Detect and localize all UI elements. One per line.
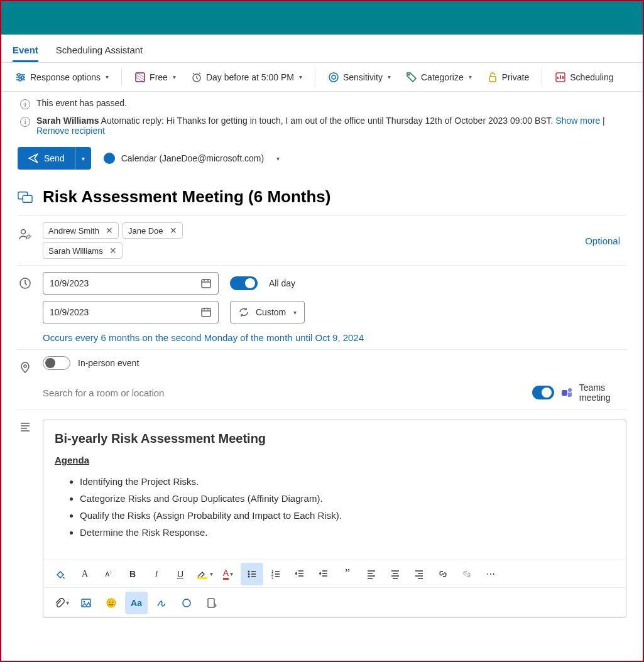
description-box: Bi-yearly Risk Assessment Meeting Agenda… bbox=[43, 420, 626, 618]
send-split-button[interactable]: ▾ bbox=[75, 147, 91, 170]
agenda-item: Identifying the Project Risks. bbox=[80, 473, 614, 490]
sliders-icon bbox=[15, 72, 26, 83]
link-separator: | bbox=[603, 116, 605, 126]
agenda-heading: Agenda bbox=[55, 455, 614, 465]
svg-point-2 bbox=[19, 79, 21, 81]
tab-scheduling-assistant[interactable]: Scheduling Assistant bbox=[56, 41, 143, 62]
svg-rect-33 bbox=[208, 599, 214, 607]
start-date-input[interactable]: 10/9/2023 bbox=[43, 272, 219, 295]
chevron-down-icon: ▾ bbox=[388, 73, 391, 80]
optional-link[interactable]: Optional bbox=[585, 236, 626, 246]
attendee-name: Andrew Smith bbox=[48, 226, 99, 236]
recurrence-button[interactable]: Custom ▾ bbox=[230, 301, 305, 323]
insert-emoji-button[interactable] bbox=[100, 592, 123, 614]
in-person-label: In-person event bbox=[78, 358, 139, 368]
calendar-label: Calendar (JaneDoe@microsoft.com) bbox=[121, 153, 264, 163]
quote-button[interactable]: ” bbox=[336, 563, 359, 585]
clock-icon bbox=[18, 272, 33, 290]
tabs: Event Scheduling Assistant bbox=[1, 35, 643, 63]
svg-point-5 bbox=[329, 73, 338, 82]
teams-meeting-toggle[interactable] bbox=[532, 386, 554, 399]
bullet-list-button[interactable] bbox=[241, 563, 263, 585]
description-editor[interactable]: Bi-yearly Risk Assessment Meeting Agenda… bbox=[43, 420, 626, 560]
lock-open-icon bbox=[487, 72, 498, 83]
italic-button[interactable]: I bbox=[145, 563, 168, 585]
remove-attendee-icon[interactable]: ✕ bbox=[109, 246, 117, 256]
align-left-button[interactable] bbox=[360, 563, 383, 585]
highlight-button[interactable]: ▾ bbox=[193, 563, 216, 585]
attendee-chip[interactable]: Sarah Williams✕ bbox=[43, 242, 123, 259]
svg-point-28 bbox=[84, 600, 85, 602]
private-button[interactable]: Private bbox=[481, 68, 536, 87]
decrease-indent-button[interactable] bbox=[288, 563, 311, 585]
underline-button[interactable]: U bbox=[169, 563, 192, 585]
send-button[interactable]: Send ▾ bbox=[18, 147, 91, 170]
attach-file-button[interactable]: ▾ bbox=[50, 592, 72, 614]
chevron-down-icon: ▾ bbox=[293, 309, 297, 316]
reminder-button[interactable]: Day before at 5:00 PM ▾ bbox=[185, 68, 308, 87]
recurrence-summary-link[interactable]: Occurs every 6 months on the second Mond… bbox=[43, 330, 626, 343]
attendee-chip[interactable]: Jane Doe✕ bbox=[123, 222, 183, 239]
show-more-link[interactable]: Show more bbox=[555, 116, 600, 126]
chevron-down-icon: ▾ bbox=[66, 599, 69, 606]
tab-event[interactable]: Event bbox=[13, 41, 38, 62]
attendees-body[interactable]: Andrew Smith✕Jane Doe✕ Sarah Williams✕ bbox=[43, 222, 575, 259]
calendar-selector[interactable]: Calendar (JaneDoe@microsoft.com) ▾ bbox=[104, 153, 280, 164]
agenda-list: Identifying the Project Risks.Categorize… bbox=[55, 473, 614, 541]
categorize-button[interactable]: Categorize ▾ bbox=[400, 68, 478, 87]
show-formatting-button[interactable]: Aa bbox=[125, 592, 148, 614]
calendar-icon bbox=[200, 307, 212, 318]
response-options-button[interactable]: Response options ▾ bbox=[9, 68, 115, 87]
in-person-toggle[interactable] bbox=[43, 356, 70, 370]
font-button[interactable]: A bbox=[74, 563, 96, 585]
sensitivity-button[interactable]: Sensitivity ▾ bbox=[322, 68, 397, 87]
tag-icon bbox=[406, 72, 417, 83]
font-size-button[interactable]: A↕ bbox=[97, 563, 120, 585]
remove-attendee-icon[interactable]: ✕ bbox=[106, 225, 113, 236]
attendees-row: Andrew Smith✕Jane Doe✕ Sarah Williams✕ O… bbox=[18, 215, 626, 265]
end-date-input[interactable]: 10/9/2023 bbox=[43, 301, 219, 323]
bold-button[interactable]: B bbox=[121, 563, 144, 585]
private-label: Private bbox=[502, 72, 530, 82]
auto-reply-name: Sarah Williams bbox=[36, 116, 99, 126]
show-as-button[interactable]: Free ▾ bbox=[128, 68, 182, 87]
remove-attendee-icon[interactable]: ✕ bbox=[170, 225, 177, 236]
send-icon bbox=[28, 153, 39, 164]
format-toolbar: A A↕ B I U ▾ A▾ 123 ” bbox=[43, 560, 626, 587]
info-icon: i bbox=[20, 117, 30, 127]
end-date-value: 10/9/2023 bbox=[50, 307, 89, 317]
title-bar bbox=[1, 1, 643, 35]
title-row bbox=[18, 178, 626, 215]
description-icon bbox=[18, 416, 33, 433]
free-status-icon bbox=[134, 72, 146, 83]
description-row: Bi-yearly Risk Assessment Meeting Agenda… bbox=[18, 409, 626, 624]
format-painter-button[interactable] bbox=[50, 563, 72, 585]
chevron-down-icon: ▾ bbox=[469, 73, 472, 80]
in-person-row: In-person event bbox=[18, 349, 626, 380]
location-search-input[interactable] bbox=[43, 384, 532, 402]
description-heading: Bi-yearly Risk Assessment Meeting bbox=[55, 431, 614, 446]
optional-attendees: Sarah Williams✕ bbox=[43, 242, 575, 259]
insert-link-button[interactable] bbox=[432, 563, 454, 585]
align-center-button[interactable] bbox=[384, 563, 407, 585]
insert-picture-button[interactable] bbox=[75, 592, 97, 614]
event-title-input[interactable] bbox=[43, 185, 626, 209]
more-format-button[interactable]: ⋯ bbox=[479, 563, 502, 585]
numbered-list-button[interactable]: 123 bbox=[265, 563, 287, 585]
agenda-item: Categorize Risks and Group Duplicates (A… bbox=[80, 490, 614, 507]
reminder-label: Day before at 5:00 PM bbox=[206, 72, 294, 82]
align-right-button[interactable] bbox=[408, 563, 430, 585]
increase-indent-button[interactable] bbox=[312, 563, 335, 585]
svg-point-13 bbox=[28, 235, 30, 237]
attendee-chip[interactable]: Andrew Smith✕ bbox=[43, 222, 119, 239]
toolbar: Response options ▾ Free ▾ Day before at … bbox=[1, 63, 643, 92]
all-day-toggle[interactable] bbox=[230, 276, 258, 290]
required-attendees: Andrew Smith✕Jane Doe✕ bbox=[43, 222, 575, 239]
scheduling-poll-button[interactable]: Scheduling bbox=[548, 68, 619, 87]
font-color-button[interactable]: A▾ bbox=[217, 563, 239, 585]
remove-recipient-link[interactable]: Remove recipient bbox=[36, 126, 105, 136]
insert-signature-button[interactable] bbox=[150, 592, 173, 614]
divider bbox=[542, 68, 542, 86]
insert-loop-button[interactable] bbox=[175, 592, 198, 614]
editor-button[interactable] bbox=[200, 592, 223, 614]
